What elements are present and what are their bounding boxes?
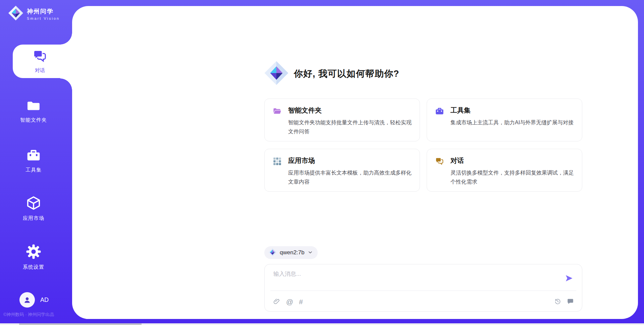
- feedback-chat-icon[interactable]: [567, 298, 574, 306]
- app-name: 神州问学: [27, 7, 60, 15]
- app-subtitle: Smart Vision: [27, 16, 60, 20]
- model-name: qwen2:7b: [280, 249, 305, 256]
- tab-fillet-bottom: [60, 78, 72, 90]
- scrollbar-thumb[interactable]: [19, 323, 142, 325]
- sidebar-item-settings[interactable]: 系统设置: [0, 244, 67, 270]
- history-icon[interactable]: [554, 298, 561, 306]
- folder-open-icon: [273, 106, 282, 141]
- message-composer: @ #: [264, 264, 582, 312]
- sidebar-item-toolset[interactable]: 工具集: [0, 148, 67, 173]
- message-input[interactable]: [273, 270, 555, 289]
- model-diamond-icon: [268, 248, 276, 257]
- app-logo: 神州问学 Smart Vision: [8, 5, 60, 22]
- card-title: 智能文件夹: [288, 106, 413, 115]
- feature-cards: 智能文件夹 智能文件夹功能支持批量文件上传与清洗，轻松实现文件问答 工具集 集成…: [264, 99, 582, 192]
- sidebar-item-smart-folder[interactable]: 智能文件夹: [0, 99, 67, 123]
- app-grid-icon: [273, 156, 282, 191]
- folder-icon: [26, 99, 41, 114]
- sidebar: 神州问学 Smart Vision 对话 智能文件夹: [0, 0, 72, 325]
- composer-divider: [270, 290, 576, 291]
- card-desc: 应用市场提供丰富长文本模板，助力高效生成多样化文章内容: [288, 168, 413, 186]
- model-selector[interactable]: qwen2:7b: [264, 246, 318, 259]
- hash-icon[interactable]: #: [299, 299, 303, 305]
- brand-diamond-logo: [264, 61, 289, 87]
- card-title: 工具集: [450, 106, 575, 115]
- main-panel: 你好, 我可以如何帮助你? 智能文件夹 智能文件夹功能支持批量文件上传与清洗，轻…: [72, 6, 638, 319]
- user-profile[interactable]: AD: [19, 292, 49, 308]
- chat-bubbles-icon: [33, 49, 47, 65]
- sidebar-item-label: 工具集: [25, 167, 42, 173]
- sidebar-item-label: 智能文件夹: [20, 117, 47, 123]
- send-button[interactable]: [564, 274, 574, 284]
- logo-diamond-icon: [8, 5, 23, 22]
- card-app-market[interactable]: 应用市场 应用市场提供丰富长文本模板，助力高效生成多样化文章内容: [264, 149, 420, 192]
- greeting-row: 你好, 我可以如何帮助你?: [264, 61, 399, 87]
- avatar: [19, 292, 35, 308]
- card-title: 应用市场: [288, 156, 413, 165]
- card-smart-folder[interactable]: 智能文件夹 智能文件夹功能支持批量文件上传与清洗，轻松实现文件问答: [264, 99, 420, 141]
- sidebar-item-chat[interactable]: 对话: [13, 45, 72, 78]
- greeting-text: 你好, 我可以如何帮助你?: [294, 68, 399, 80]
- attach-file-icon[interactable]: [273, 298, 280, 306]
- sidebar-item-label: 对话: [35, 67, 45, 74]
- sidebar-item-label: 应用市场: [23, 215, 44, 221]
- card-toolset[interactable]: 工具集 集成市场上主流工具，助力AI与外界无缝扩展与对接: [427, 99, 582, 141]
- at-icon[interactable]: @: [286, 299, 293, 305]
- card-desc: 智能文件夹功能支持批量文件上传与清洗，轻松实现文件问答: [288, 118, 413, 136]
- tab-fillet-top: [60, 32, 72, 45]
- toolbox-icon: [26, 148, 41, 164]
- sidebar-item-label: 系统设置: [23, 264, 44, 270]
- card-title: 对话: [450, 156, 575, 165]
- toolbox-icon: [435, 106, 444, 141]
- sidebar-item-app-market[interactable]: 应用市场: [0, 195, 67, 221]
- card-desc: 灵活切换多模型文件，支持多样回复效果调试，满足个性化需求: [450, 168, 575, 186]
- chevron-down-icon: [308, 250, 313, 256]
- gear-icon: [25, 244, 42, 261]
- chat-bubbles-icon: [435, 156, 444, 191]
- user-initials: AD: [40, 297, 49, 304]
- copyright-footer: ©神州数码 · 神州问学出品: [3, 312, 54, 318]
- cube-icon: [26, 195, 41, 212]
- card-chat[interactable]: 对话 灵活切换多模型文件，支持多样回复效果调试，满足个性化需求: [427, 149, 582, 192]
- horizontal-scrollbar: [0, 323, 644, 325]
- card-desc: 集成市场上主流工具，助力AI与外界无缝扩展与对接: [450, 118, 575, 127]
